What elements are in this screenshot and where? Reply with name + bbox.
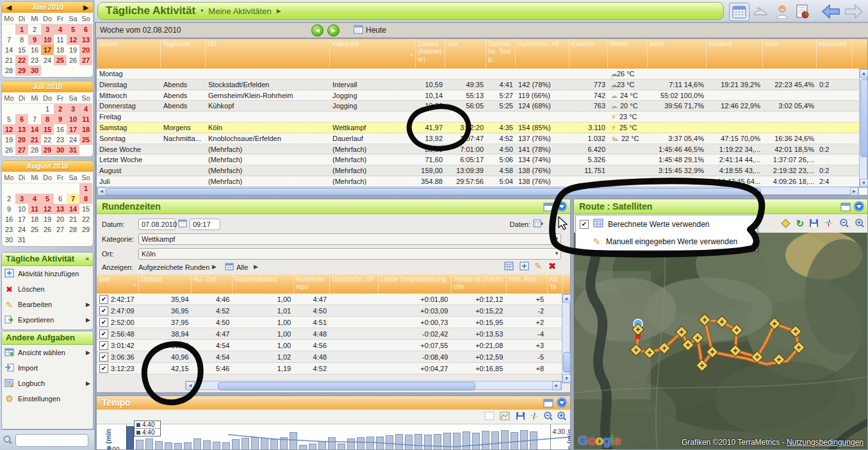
anzeigen-runden-button[interactable]: Aufgezeichete Runden: [138, 263, 209, 271]
calendar-day[interactable]: 3: [41, 24, 54, 35]
activity-row-letzte-woche[interactable]: Letzte Woche(Mehrfach)(Mehrfach)71,606:0…: [97, 154, 867, 165]
calendar-day[interactable]: 2: [28, 24, 41, 35]
calendar-day[interactable]: 2: [3, 194, 15, 204]
calendar-day[interactable]: 1: [15, 24, 28, 35]
lap-window-icon[interactable]: [543, 201, 553, 215]
calendar-day[interactable]: 28: [28, 145, 41, 155]
activity-col-4[interactable]: Distanz (Kilometer): [416, 39, 445, 69]
calendar-day[interactable]: [3, 183, 15, 194]
calendar-day[interactable]: 27: [79, 55, 92, 65]
calendar-day[interactable]: [15, 183, 28, 194]
calendar-day[interactable]: 7: [67, 194, 79, 204]
calendar-day[interactable]: 6: [54, 194, 67, 204]
waypoint-diamond-icon[interactable]: [780, 218, 790, 229]
pan-icon[interactable]: [529, 411, 539, 422]
calendar-day[interactable]: [54, 235, 67, 245]
forward-arrow-icon[interactable]: [843, 3, 865, 20]
calendar-day[interactable]: 15: [79, 204, 92, 214]
calendar-day[interactable]: [41, 235, 54, 245]
task-panel-title[interactable]: Tägliche Aktivität«: [2, 253, 93, 266]
anzeigen-alle-button[interactable]: Alle: [236, 263, 248, 271]
calendar-day[interactable]: 3: [15, 194, 28, 204]
sidebar-item-import[interactable]: Import: [2, 360, 93, 376]
chevron-right-icon[interactable]: ▶: [212, 263, 217, 270]
page-subtitle[interactable]: Meine Aktivitäten: [208, 6, 271, 16]
calendar-day[interactable]: 21: [28, 135, 41, 145]
datum-input[interactable]: 07.08.2010: [138, 219, 176, 230]
lap-row-2[interactable]: ✔ 2:52:0037,954:501,004:51+0:00,73+0:15,…: [97, 317, 562, 328]
calendar-day[interactable]: 4: [79, 104, 92, 114]
activity-row-diese-woche[interactable]: Diese Woche(Mehrfach)(Mehrfach)86,997:01…: [97, 144, 867, 155]
lap-checkbox[interactable]: ✔: [99, 306, 108, 315]
activity-col-10[interactable]: leicht: [648, 39, 707, 69]
activity-col-3[interactable]: Kategorie ▲: [330, 39, 416, 69]
lap-row-1[interactable]: ✔ 2:47:0936,954:521,014:50+0:03,09+0:15,…: [97, 305, 562, 317]
lap-row-6[interactable]: ✔ 3:12:2342,155:461,194:52+0:04,27+0:16,…: [97, 363, 562, 374]
calendar-day[interactable]: [15, 104, 28, 114]
lap-col-9[interactable]: Ko Te: [548, 274, 563, 294]
calendar-day[interactable]: [67, 235, 79, 245]
today-calendar-icon[interactable]: [354, 25, 363, 36]
save-map-icon[interactable]: [809, 219, 819, 229]
lap-col-2[interactable]: Rd.-Zeit: [192, 274, 233, 294]
lap-hscrollbar[interactable]: ◄ ►: [185, 381, 562, 390]
route-window-icon[interactable]: [840, 201, 851, 215]
calendar-day[interactable]: [28, 235, 41, 245]
lap-col-6[interactable]: Letzte Tempoänderung: [379, 274, 452, 294]
calendar-day[interactable]: 3: [67, 104, 79, 114]
calendar-day[interactable]: 13: [15, 124, 28, 135]
calendar-day[interactable]: 21: [67, 214, 79, 224]
calendar-day[interactable]: 10: [15, 204, 28, 214]
calendar-day[interactable]: 19: [67, 45, 79, 55]
calendar-day[interactable]: 20: [54, 214, 67, 224]
calendar-day[interactable]: 31: [15, 235, 28, 245]
calendar-day[interactable]: 9: [3, 204, 15, 214]
calendar-day[interactable]: 30: [3, 235, 15, 245]
lap-row-0[interactable]: ✔ 2:42:1735,944:461,004:47+0:01,80+0:12,…: [97, 294, 562, 305]
activity-row-donnerstag[interactable]: DonnerstagAbendsKühkopfJogging10,3656:05…: [97, 101, 867, 112]
today-button[interactable]: Heute: [366, 26, 386, 35]
lap-col-4[interactable]: Rundentempo: [294, 274, 330, 294]
calendar-day[interactable]: 26: [3, 145, 15, 155]
search-input[interactable]: [15, 434, 88, 447]
calendar-day[interactable]: 22: [41, 135, 54, 145]
calendar-day[interactable]: [79, 65, 92, 76]
activity-col-1[interactable]: Tageszeit: [161, 39, 206, 69]
calendar-day[interactable]: 1: [41, 104, 54, 114]
zoom-out-icon[interactable]: [839, 218, 849, 229]
task-panel-title[interactable]: Andere Aufgaben: [2, 331, 93, 345]
sidebar-item-l-schen[interactable]: ✖Löschen: [2, 281, 93, 297]
add-lap-icon[interactable]: [520, 262, 529, 272]
calendar-day[interactable]: 4: [54, 24, 67, 35]
calendar-day[interactable]: 29: [41, 145, 54, 155]
lap-dropdown-button[interactable]: [557, 201, 568, 216]
calendar-day[interactable]: 9: [54, 114, 67, 124]
activity-row-juli[interactable]: Juli(Mehrfach)(Mehrfach)354.8829:57:565:…: [97, 176, 867, 187]
calendar-day[interactable]: [67, 183, 79, 194]
calendar-prev-icon[interactable]: ◀: [4, 2, 13, 13]
calendar-day[interactable]: 31: [67, 145, 79, 155]
calendar-day[interactable]: 13: [54, 204, 67, 214]
map-terms-link[interactable]: Nutzungsbedingungen: [787, 438, 864, 447]
calendar-day[interactable]: 6: [79, 24, 92, 35]
calendar-day[interactable]: 19: [41, 214, 54, 224]
lap-col-7[interactable]: Tempo vs Durchschn.: [452, 274, 507, 294]
calendar-day[interactable]: 5: [67, 24, 79, 35]
calendar-day[interactable]: [41, 183, 54, 194]
calendar-view-icon[interactable]: [729, 3, 749, 21]
calendar-day[interactable]: [28, 183, 41, 194]
zoom-out-icon[interactable]: [543, 411, 553, 422]
lap-row-5[interactable]: ✔ 3:06:3640,964:541,024:48-0:08,49+0:12,…: [97, 351, 562, 363]
activity-row-mittwoch[interactable]: MittwochAbendsGernsheim/Klein-RohrheimJo…: [97, 90, 867, 101]
route-menu-item-1[interactable]: ✎Manuell eingegeben Werte verwenden: [576, 233, 757, 250]
calendar-day[interactable]: 23: [28, 55, 41, 65]
lap-checkbox[interactable]: ✔: [99, 329, 108, 338]
calendar-day[interactable]: 9: [28, 35, 41, 45]
calendar-day[interactable]: 30: [28, 65, 41, 76]
activity-row-samstag[interactable]: SamstagMorgensKölnWettkampf41,973:12:204…: [97, 122, 867, 133]
lap-col-5[interactable]: Durchschn. HF: [330, 274, 379, 294]
pan-icon[interactable]: [824, 218, 834, 229]
calc-values-icon[interactable]: [504, 262, 514, 272]
calendar-day[interactable]: 7: [28, 114, 41, 124]
zoom-in-icon[interactable]: [557, 411, 567, 422]
